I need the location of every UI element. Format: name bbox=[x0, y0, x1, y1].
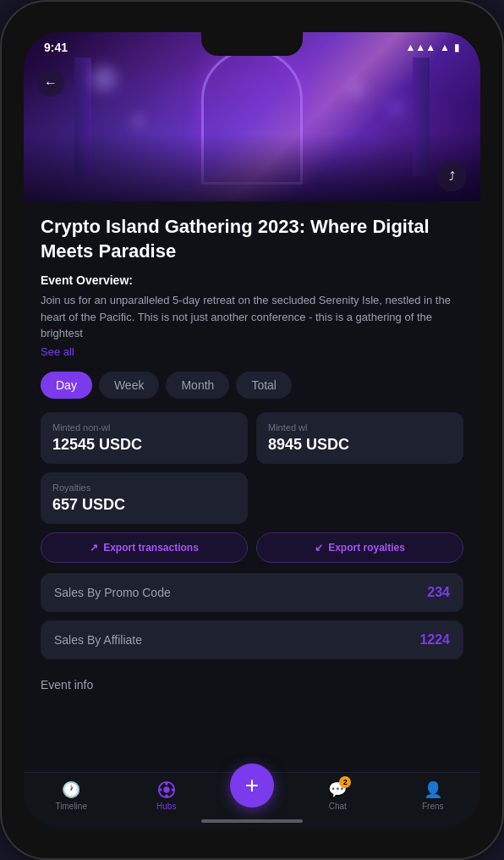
export-royalties-button[interactable]: ↙ Export royalties bbox=[256, 532, 463, 563]
minted-wl-label: Minted wl bbox=[268, 422, 452, 433]
export-transactions-icon: ↗ bbox=[90, 542, 98, 554]
sales-promo-label: Sales By Promo Code bbox=[54, 586, 171, 599]
frens-label: Frens bbox=[422, 802, 444, 811]
content-area: Crypto Island Gathering 2023: Where Digi… bbox=[24, 201, 480, 772]
chat-icon: 💬 2 bbox=[327, 780, 348, 800]
hero-image: ← ⤴ bbox=[24, 32, 480, 201]
stats-grid: Minted non-wl 12545 USDC Minted wl 8945 … bbox=[41, 412, 463, 524]
sales-promo-row[interactable]: Sales By Promo Code 234 bbox=[41, 573, 463, 612]
period-tabs: Day Week Month Total bbox=[41, 372, 463, 399]
export-buttons-row: ↗ Export transactions ↙ Export royalties bbox=[41, 532, 463, 563]
sales-affiliate-row[interactable]: Sales By Affiliate 1224 bbox=[41, 620, 463, 659]
glow-orb-3 bbox=[350, 83, 362, 95]
hero-building-gradient bbox=[24, 134, 480, 201]
event-info-section: Event info bbox=[41, 668, 463, 698]
hubs-label: Hubs bbox=[156, 802, 176, 811]
nav-item-hubs[interactable]: Hubs bbox=[119, 780, 215, 811]
status-time: 9:41 bbox=[44, 41, 68, 54]
sales-affiliate-label: Sales By Affiliate bbox=[54, 633, 142, 647]
glow-orb-1 bbox=[91, 66, 117, 91]
minted-non-wl-value: 12545 USDC bbox=[52, 436, 236, 454]
signal-icon: ▲▲▲ bbox=[405, 41, 436, 53]
minted-wl-value: 8945 USDC bbox=[268, 436, 452, 454]
phone-frame: 9:41 ▲▲▲ ▲ ▮ ← ⤴ bbox=[0, 0, 504, 860]
minted-non-wl-label: Minted non-wl bbox=[52, 422, 236, 433]
timeline-icon: 🕐 bbox=[61, 780, 81, 800]
fab-container: + bbox=[214, 784, 290, 808]
timeline-label: Timeline bbox=[56, 802, 87, 811]
frens-icon: 👤 bbox=[423, 780, 443, 800]
share-button[interactable]: ⤴ bbox=[436, 161, 467, 191]
battery-icon: ▮ bbox=[454, 41, 460, 53]
sales-promo-value: 234 bbox=[427, 585, 450, 600]
export-transactions-label: Export transactions bbox=[103, 542, 199, 554]
stat-minted-wl: Minted wl 8945 USDC bbox=[256, 412, 463, 464]
share-icon: ⤴ bbox=[449, 169, 455, 183]
svg-point-3 bbox=[165, 795, 168, 798]
export-royalties-icon: ↙ bbox=[315, 542, 323, 554]
notch bbox=[201, 32, 303, 56]
nav-item-chat[interactable]: 💬 2 Chat bbox=[290, 780, 386, 811]
glow-orb-2 bbox=[387, 100, 404, 117]
tab-week[interactable]: Week bbox=[99, 372, 160, 399]
event-description: Join us for an unparalleled 5-day retrea… bbox=[41, 292, 463, 342]
home-indicator bbox=[201, 819, 303, 823]
tab-total[interactable]: Total bbox=[236, 372, 292, 399]
tab-day[interactable]: Day bbox=[41, 372, 92, 399]
see-all-link[interactable]: See all bbox=[41, 345, 463, 358]
svg-point-5 bbox=[171, 788, 174, 791]
event-title: Crypto Island Gathering 2023: Where Digi… bbox=[41, 215, 463, 263]
back-button[interactable]: ← bbox=[37, 69, 64, 96]
nav-item-timeline[interactable]: 🕐 Timeline bbox=[24, 780, 119, 811]
svg-point-2 bbox=[165, 782, 168, 786]
glow-orb-4 bbox=[134, 117, 142, 125]
stat-minted-non-wl: Minted non-wl 12545 USDC bbox=[41, 412, 248, 464]
fab-button[interactable]: + bbox=[230, 764, 274, 808]
wifi-icon: ▲ bbox=[440, 41, 450, 53]
back-icon: ← bbox=[44, 75, 58, 91]
nav-item-frens[interactable]: 👤 Frens bbox=[386, 780, 481, 811]
export-royalties-label: Export royalties bbox=[328, 542, 405, 554]
event-overview-label: Event Overview: bbox=[41, 273, 463, 287]
fab-icon: + bbox=[245, 772, 259, 799]
royalties-value: 657 USDC bbox=[52, 496, 236, 514]
phone-screen: 9:41 ▲▲▲ ▲ ▮ ← ⤴ bbox=[24, 32, 480, 828]
chat-badge: 2 bbox=[339, 776, 351, 788]
tab-month[interactable]: Month bbox=[166, 372, 229, 399]
hubs-icon bbox=[156, 780, 177, 800]
royalties-label: Royalties bbox=[52, 482, 236, 493]
status-icons: ▲▲▲ ▲ ▮ bbox=[405, 41, 460, 53]
bottom-nav: 🕐 Timeline Hubs bbox=[24, 772, 480, 828]
stat-royalties: Royalties 657 USDC bbox=[41, 472, 248, 524]
chat-label: Chat bbox=[329, 802, 347, 811]
svg-point-1 bbox=[163, 786, 169, 792]
svg-point-4 bbox=[159, 788, 162, 791]
sales-affiliate-value: 1224 bbox=[419, 632, 450, 648]
export-transactions-button[interactable]: ↗ Export transactions bbox=[41, 532, 248, 563]
